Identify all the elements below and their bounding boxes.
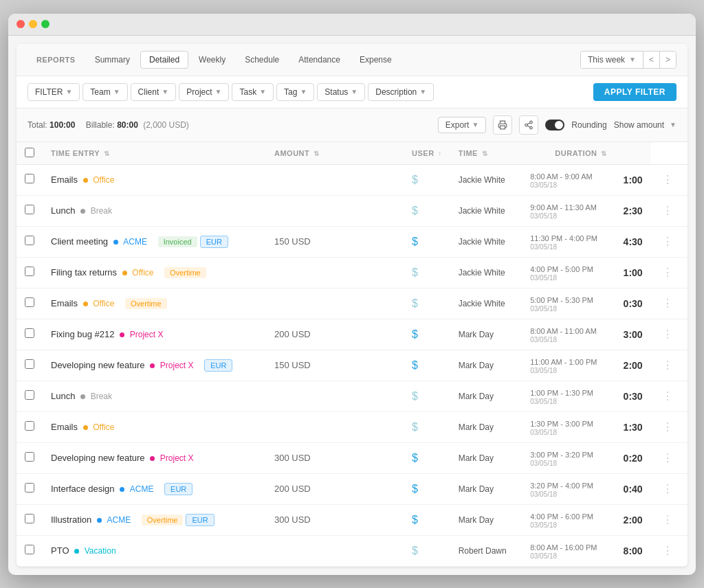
- row-checkbox[interactable]: [25, 297, 34, 307]
- row-checkbox[interactable]: [25, 545, 34, 554]
- print-button[interactable]: [493, 115, 512, 135]
- time-range: 1:00 PM - 1:30 PM03/05/18: [530, 389, 606, 405]
- dollar-icon[interactable]: $: [412, 390, 418, 402]
- filter-label: FILTER: [35, 87, 63, 97]
- amount-cell: 150 USD: [266, 226, 404, 257]
- row-checkbox[interactable]: [25, 452, 34, 462]
- dollar-icon[interactable]: $: [412, 514, 418, 525]
- row-checkbox[interactable]: [25, 390, 34, 400]
- th-duration[interactable]: DURATION ⇅: [522, 142, 615, 165]
- row-checkbox[interactable]: [25, 514, 34, 523]
- dollar-icon[interactable]: $: [412, 483, 418, 495]
- user-name: Jackie White: [459, 268, 505, 278]
- time-date: 03/05/18: [530, 336, 606, 343]
- row-checkbox[interactable]: [25, 236, 34, 245]
- badge-overtime: Overtime: [125, 298, 167, 309]
- filter-tag[interactable]: Tag ▼: [276, 83, 314, 101]
- rounding-toggle[interactable]: [545, 120, 564, 131]
- row-checkbox[interactable]: [25, 205, 34, 214]
- dollar-icon[interactable]: $: [412, 421, 418, 433]
- dollar-icon[interactable]: $: [412, 236, 418, 247]
- row-menu-button[interactable]: ⋮: [659, 267, 676, 278]
- next-week-button[interactable]: >: [659, 52, 676, 68]
- dollar-icon[interactable]: $: [412, 545, 418, 556]
- th-amount[interactable]: AMOUNT ⇅: [266, 142, 404, 165]
- th-time-entry[interactable]: TIME ENTRY ⇅: [43, 142, 266, 165]
- amount-cell: 200 USD: [266, 319, 404, 350]
- filter-project[interactable]: Project ▼: [179, 83, 229, 101]
- share-button[interactable]: [519, 115, 538, 135]
- select-all-checkbox[interactable]: [25, 148, 34, 157]
- row-menu-button[interactable]: ⋮: [659, 359, 676, 371]
- amount-cell: 300 USD: [266, 504, 404, 535]
- filter-toggle[interactable]: FILTER ▼: [28, 83, 80, 101]
- tab-weekly[interactable]: Weekly: [190, 51, 234, 69]
- th-time[interactable]: TIME ⇅: [450, 142, 522, 165]
- tab-attendance[interactable]: Attendance: [289, 51, 349, 69]
- duration-value: 0:30: [624, 391, 643, 402]
- filter-team[interactable]: Team ▼: [82, 83, 127, 101]
- show-amount-button[interactable]: Show amount ▼: [614, 120, 676, 130]
- row-checkbox[interactable]: [25, 421, 34, 431]
- row-checkbox[interactable]: [25, 359, 34, 369]
- table-row: Developing new feature Project X 300 USD…: [16, 442, 688, 473]
- dollar-icon-cell: $: [404, 164, 450, 195]
- filter-client[interactable]: Client ▼: [131, 83, 177, 101]
- user-name: Jackie White: [459, 175, 505, 185]
- table-row: Emails Office $Mark Day1:30 PM - 3:00 PM…: [16, 411, 688, 442]
- time-range: 11:30 PM - 4:00 PM03/05/18: [530, 234, 606, 251]
- user-name: Jackie White: [459, 299, 505, 308]
- user-name: Robert Dawn: [459, 546, 507, 556]
- row-checkbox[interactable]: [25, 328, 34, 338]
- project-name: Office: [93, 299, 114, 308]
- row-menu-button[interactable]: ⋮: [659, 514, 676, 525]
- chevron-down-icon: ▼: [670, 121, 676, 128]
- tab-detailed[interactable]: Detailed: [140, 51, 188, 69]
- minimize-button[interactable]: [29, 20, 37, 28]
- row-menu-button[interactable]: ⋮: [659, 390, 676, 402]
- apply-filter-button[interactable]: APPLY FILTER: [593, 83, 676, 101]
- th-user[interactable]: USER ↑: [404, 142, 450, 165]
- row-menu-button[interactable]: ⋮: [659, 205, 676, 216]
- row-checkbox[interactable]: [25, 174, 34, 183]
- export-button[interactable]: Export ▼: [438, 117, 487, 133]
- row-menu-button[interactable]: ⋮: [659, 545, 676, 556]
- row-menu-button[interactable]: ⋮: [659, 236, 676, 247]
- row-menu-button[interactable]: ⋮: [659, 452, 676, 464]
- prev-week-button[interactable]: <: [644, 52, 659, 68]
- badge-overtime: Overtime: [142, 514, 184, 525]
- row-checkbox[interactable]: [25, 267, 34, 276]
- nav-tabs: REPORTS Summary Detailed Weekly Schedule…: [28, 51, 401, 69]
- dollar-icon-cell: $: [404, 350, 450, 381]
- row-menu-button[interactable]: ⋮: [659, 174, 676, 185]
- tab-expense[interactable]: Expense: [351, 51, 401, 69]
- chevron-down-icon: ▼: [419, 88, 426, 95]
- tab-schedule[interactable]: Schedule: [236, 51, 288, 69]
- close-button[interactable]: [16, 20, 25, 28]
- dollar-icon[interactable]: $: [412, 174, 418, 185]
- row-menu-button[interactable]: ⋮: [659, 328, 676, 340]
- table-row: Lunch Break $Mark Day1:00 PM - 1:30 PM03…: [16, 381, 688, 411]
- badge-overtime: Overtime: [164, 267, 206, 278]
- dollar-icon[interactable]: $: [412, 452, 418, 464]
- week-label[interactable]: This week ▼: [581, 52, 644, 68]
- time-date: 03/05/18: [530, 243, 606, 251]
- row-menu-button[interactable]: ⋮: [659, 421, 676, 433]
- row-checkbox[interactable]: [25, 483, 34, 493]
- maximize-button[interactable]: [41, 20, 50, 28]
- time-range: 8:00 AM - 11:00 AM03/05/18: [530, 327, 606, 343]
- amount-cell: 150 USD: [266, 350, 404, 381]
- filter-task[interactable]: Task ▼: [232, 83, 274, 101]
- filter-bar: FILTER ▼ Team ▼ Client ▼ Project ▼ Task …: [16, 76, 688, 109]
- dollar-icon[interactable]: $: [412, 328, 418, 340]
- filter-status[interactable]: Status ▼: [317, 83, 365, 101]
- filter-description[interactable]: Description ▼: [368, 83, 434, 101]
- sort-icon: ⇅: [601, 150, 607, 157]
- row-menu-button[interactable]: ⋮: [659, 297, 676, 309]
- dollar-icon[interactable]: $: [412, 205, 418, 216]
- row-menu-button[interactable]: ⋮: [659, 483, 676, 495]
- dollar-icon[interactable]: $: [412, 297, 418, 309]
- dollar-icon[interactable]: $: [412, 267, 418, 278]
- tab-summary[interactable]: Summary: [86, 51, 139, 69]
- dollar-icon[interactable]: $: [412, 359, 418, 371]
